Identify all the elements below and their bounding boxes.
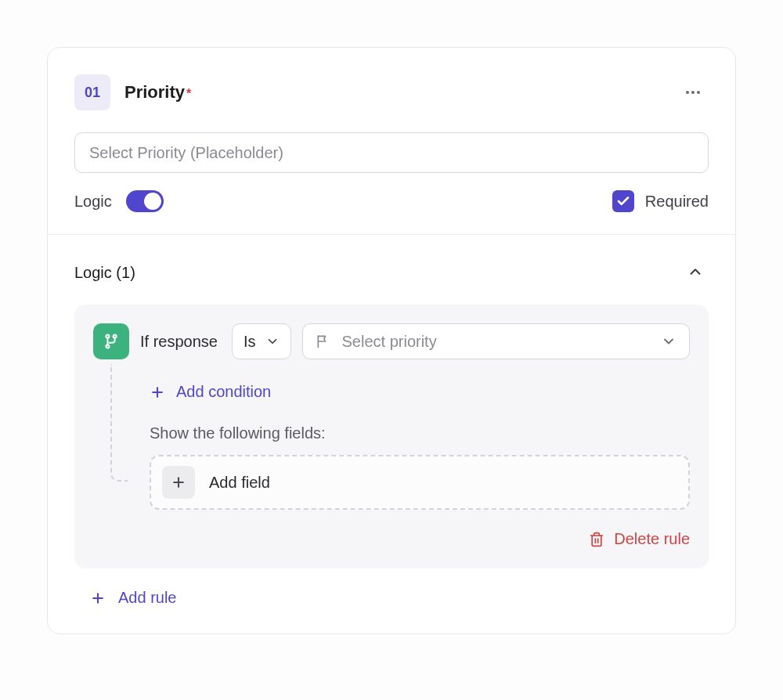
required-checkbox[interactable]	[612, 190, 634, 212]
add-field-plus-chip	[162, 466, 195, 499]
rule-box: If response Is Select priority	[74, 305, 709, 568]
field-number: 01	[85, 85, 100, 101]
logic-section-header[interactable]: Logic (1)	[74, 258, 709, 287]
indented-block: Add condition Show the following fields:…	[139, 383, 690, 510]
priority-placeholder: Select Priority (Placeholder)	[89, 144, 283, 162]
delete-row: Delete rule	[93, 530, 690, 548]
add-field-label: Add field	[209, 474, 270, 492]
plus-icon	[150, 384, 165, 400]
card-header: 01 Priority* Select Priority (Placeholde…	[48, 48, 735, 234]
svg-point-0	[686, 91, 689, 94]
logic-section: Logic (1) If response	[48, 235, 735, 633]
more-options-button[interactable]	[677, 77, 709, 108]
add-condition-label: Add condition	[176, 383, 271, 401]
delete-rule-label: Delete rule	[614, 530, 690, 548]
logic-section-title: Logic (1)	[74, 264, 135, 282]
chevron-up-icon	[687, 263, 704, 280]
add-rule-button[interactable]: Add rule	[90, 589, 177, 607]
add-condition-button[interactable]: Add condition	[150, 383, 271, 401]
operator-value: Is	[244, 333, 256, 351]
show-fields-label: Show the following fields:	[150, 424, 690, 442]
required-star: *	[186, 87, 191, 100]
add-field-box[interactable]: Add field	[150, 455, 690, 510]
title-row: 01 Priority*	[74, 74, 709, 110]
chevron-down-icon	[265, 334, 280, 348]
priority-select-input[interactable]: Select Priority (Placeholder)	[74, 132, 709, 173]
logic-label: Logic	[74, 193, 112, 211]
add-rule-label: Add rule	[118, 589, 177, 607]
logic-toggle[interactable]	[126, 190, 164, 212]
svg-point-1	[691, 91, 695, 94]
field-title: Priority	[124, 82, 185, 102]
value-select[interactable]: Select priority	[302, 323, 690, 359]
trash-icon	[589, 532, 604, 547]
field-title-wrap: Priority*	[124, 82, 191, 103]
branch-icon	[103, 333, 120, 350]
collapse-logic-button[interactable]	[682, 258, 709, 287]
plus-icon	[90, 590, 106, 606]
flag-icon	[316, 334, 331, 349]
rule-branch-icon-wrap	[93, 323, 129, 359]
if-response-label: If response	[140, 333, 218, 351]
chevron-down-icon	[661, 334, 677, 349]
rule-condition-row: If response Is Select priority	[93, 323, 690, 359]
field-card: 01 Priority* Select Priority (Placeholde…	[47, 47, 736, 634]
field-number-badge: 01	[74, 74, 110, 110]
delete-rule-button[interactable]: Delete rule	[589, 530, 690, 548]
plus-icon	[171, 474, 186, 490]
controls-row: Logic Required	[74, 190, 709, 212]
check-icon	[616, 194, 630, 208]
required-wrap: Required	[612, 190, 709, 212]
value-placeholder: Select priority	[342, 333, 650, 351]
connector-line	[110, 364, 128, 482]
svg-point-2	[697, 91, 700, 94]
operator-select[interactable]: Is	[232, 323, 291, 359]
required-label: Required	[645, 193, 709, 211]
dots-horizontal-icon	[684, 83, 702, 102]
